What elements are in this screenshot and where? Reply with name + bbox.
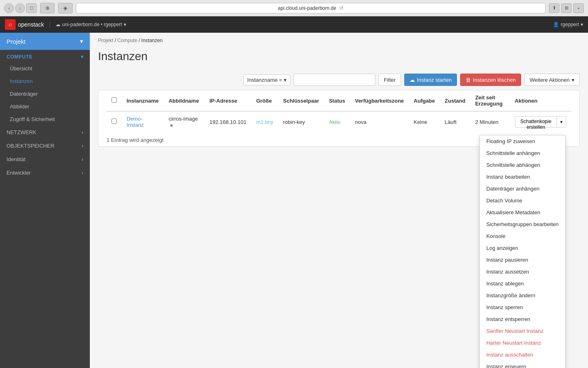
col-ip-adresse: IP-Adresse	[205, 90, 251, 111]
reload-icon: ↺	[339, 5, 343, 11]
sidebar-item-instanzen[interactable]: Instanzen	[0, 75, 90, 88]
share-button[interactable]: ⬆	[549, 3, 559, 13]
more-chevron-icon	[572, 77, 575, 83]
sidebar-item-netzwerk[interactable]: NETZWERK	[0, 126, 90, 139]
delete-instances-button[interactable]: 🗑 Instanzen löschen	[460, 74, 521, 86]
url-bar[interactable]: api.cloud.uni-paderborn.de ↺	[76, 3, 546, 13]
bookmark-other[interactable]: ◈	[58, 3, 73, 13]
col-grosse: Größe	[251, 90, 278, 111]
dropdown-item[interactable]: Schnittstelle abhängen	[480, 159, 565, 171]
browser-actions: ⬆ ⊞ +	[549, 3, 584, 13]
dropdown-item[interactable]: Instanz bearbeiten	[480, 171, 565, 183]
dropdown-item[interactable]: Log anzeigen	[480, 242, 565, 254]
dropdown-caret-icon: ▾	[560, 119, 563, 125]
sidebar: Projekt COMPUTE Übersicht Instanzen Date…	[0, 33, 90, 368]
start-btn-label: Instanz starten	[417, 77, 452, 83]
instance-zone: nova	[350, 111, 409, 132]
user-icon: 👤	[553, 22, 559, 27]
actions-dropdown-menu: Floating IP zuweisenSchnittstelle anhäng…	[479, 135, 566, 368]
status-badge: Aktiv	[329, 119, 340, 125]
dropdown-item[interactable]: Konsole	[480, 230, 565, 242]
col-aktionen: Aktionen	[510, 90, 571, 111]
filter-chevron-icon	[284, 77, 287, 83]
bullet-icon	[170, 124, 173, 127]
dropdown-item[interactable]: Harter Neustart Instanz	[480, 337, 565, 349]
table-row: Demo-Instanz cirros-image 192.168.10.101…	[107, 111, 571, 132]
sidebar-item-objektspeicher[interactable]: OBJEKTSPEICHER	[0, 139, 90, 153]
entwickler-label: Entwickler	[7, 170, 31, 176]
compute-chevron-icon	[81, 54, 84, 60]
dropdown-item[interactable]: Instanz ablegen	[480, 278, 565, 289]
window-button[interactable]: ◻	[26, 3, 37, 13]
sidebar-item-datentrager[interactable]: Datenträger	[0, 88, 90, 100]
instances-table: Instanzname Abbildname IP-Adresse Größe …	[107, 90, 571, 132]
objektspeicher-label: OBJEKTSPEICHER	[7, 143, 54, 149]
projekt-chevron-icon	[80, 38, 83, 45]
zugriff-label: Zugriff & Sicherheit	[10, 116, 55, 122]
create-snapshot-button[interactable]: Schattenkopie erstellen	[515, 116, 557, 128]
toolbar: Instanzname = Filter ☁ Instanz starten 🗑…	[90, 70, 588, 90]
dropdown-item[interactable]: Instanz erneuern	[480, 361, 565, 368]
identitat-label: Identität	[7, 156, 25, 162]
delete-btn-label: Instanzen löschen	[473, 77, 516, 83]
cloud-info[interactable]: ☁ uni-paderborn.de • rgeppert	[56, 22, 126, 27]
cloud-icon: ☁	[56, 22, 60, 27]
dropdown-item[interactable]: Floating IP zuweisen	[480, 135, 565, 147]
user-menu[interactable]: 👤 rgeppert	[553, 22, 583, 27]
forward-button[interactable]: ›	[15, 3, 25, 13]
dropdown-item[interactable]: Instanz entsperren	[480, 313, 565, 325]
dropdown-item[interactable]: Instanz aussetzen	[480, 266, 565, 278]
cloud-info-text: uni-paderborn.de • rgeppert	[62, 22, 122, 27]
tab-button[interactable]: ⊞	[561, 3, 572, 13]
select-all-checkbox[interactable]	[111, 97, 117, 103]
col-status: Status	[324, 90, 350, 111]
filter-label: Instanzname =	[247, 77, 282, 83]
actions-dropdown-button[interactable]: ▾	[557, 116, 566, 128]
start-instance-button[interactable]: ☁ Instanz starten	[404, 74, 457, 86]
sidebar-item-zugriff[interactable]: Zugriff & Sicherheit	[0, 113, 90, 126]
dropdown-item[interactable]: Datenträger anhängen	[480, 183, 565, 195]
dropdown-item[interactable]: Detach Volume	[480, 195, 565, 206]
filter-btn-label: Filter	[384, 77, 396, 83]
projekt-button[interactable]: Projekt	[0, 33, 90, 50]
more-actions-button[interactable]: Weitere Aktionen	[524, 74, 580, 86]
compute-section: COMPUTE Übersicht Instanzen Datenträger …	[0, 50, 90, 126]
back-button[interactable]: ‹	[4, 3, 14, 13]
sidebar-item-identitat[interactable]: Identität	[0, 153, 90, 166]
dropdown-item[interactable]: Sicherheitsgruppen bearbeiten	[480, 218, 565, 230]
dropdown-item[interactable]: Instanzgröße ändern	[480, 289, 565, 301]
filter-select[interactable]: Instanzname =	[243, 74, 290, 85]
col-schlusselpaar: Schlüsselpaar	[278, 90, 324, 111]
breadcrumb-compute[interactable]: Compute	[117, 38, 137, 43]
dropdown-item[interactable]: Aktualisiere Metadaten	[480, 206, 565, 218]
main-content: Projekt / Compute / Instanzen Instanzen …	[90, 33, 588, 368]
user-chevron-icon	[581, 22, 583, 27]
sidebar-item-entwickler[interactable]: Entwickler	[0, 166, 90, 180]
bookmark-amazon[interactable]: ⊕	[40, 3, 55, 13]
dropdown-item[interactable]: Instanz ausschalten	[480, 349, 565, 361]
dropdown-item[interactable]: Sanfter Neustart Instanz	[480, 325, 565, 337]
dropdown-item[interactable]: Instanz pausieren	[480, 254, 565, 266]
nav-separator: |	[49, 21, 51, 28]
compute-header[interactable]: COMPUTE	[0, 50, 90, 62]
entwickler-chevron-icon	[82, 170, 83, 176]
row-checkbox[interactable]	[111, 119, 117, 124]
breadcrumb-projekt[interactable]: Projekt	[98, 38, 113, 43]
col-zeit: Zeit seit Erzeugung	[470, 90, 510, 111]
more-button[interactable]: +	[573, 3, 584, 13]
filter-button[interactable]: Filter	[379, 74, 401, 86]
filter-input[interactable]	[294, 74, 375, 86]
instance-ip: 192.168.10.101	[205, 111, 251, 132]
dropdown-item[interactable]: Schnittstelle anhängen	[480, 147, 565, 159]
trash-icon: 🗑	[466, 77, 471, 83]
instance-size-link[interactable]: m1.tiny	[256, 119, 273, 125]
browser-chrome: ‹ › ◻ ⊕ ◈ api.cloud.uni-paderborn.de ↺ ⬆…	[0, 0, 588, 16]
dropdown-item[interactable]: Instanz sperren	[480, 301, 565, 313]
col-verfugbarkeitszone: Verfügbarkeitszone	[350, 90, 409, 111]
sidebar-item-abbilder[interactable]: Abbilder	[0, 100, 90, 113]
projekt-label: Projekt	[7, 38, 26, 45]
ubersicht-label: Übersicht	[10, 65, 32, 72]
instance-name-link[interactable]: Demo-Instanz	[127, 116, 144, 128]
actions-group: Schattenkopie erstellen ▾	[515, 116, 566, 128]
sidebar-item-ubersicht[interactable]: Übersicht	[0, 62, 90, 75]
